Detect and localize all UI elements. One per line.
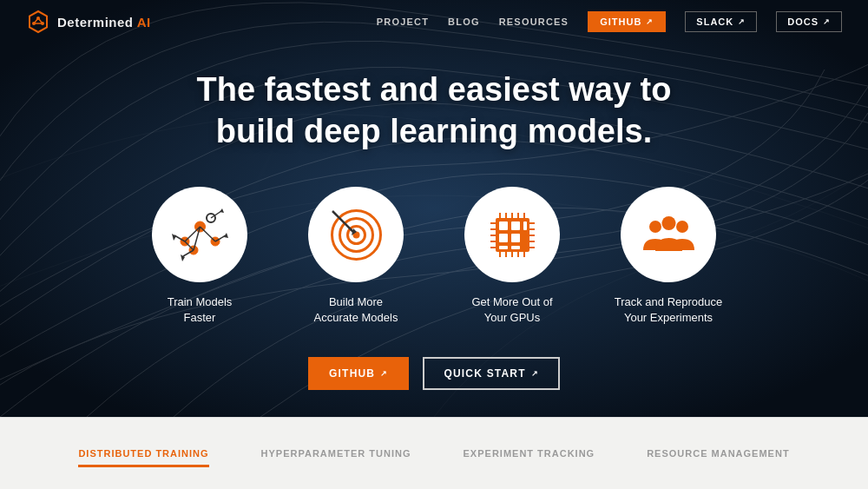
feature-circle-gpu (464, 187, 560, 282)
svg-line-6 (38, 18, 43, 23)
svg-rect-34 (523, 221, 527, 230)
feature-circle-train (152, 187, 247, 282)
logo-text: Determined AI (57, 15, 151, 30)
feature-label-train: Train Models Faster (168, 294, 233, 326)
nav-github-button[interactable]: GITHUB ↗ (588, 11, 666, 32)
svg-rect-36 (511, 234, 520, 242)
feature-label-track: Track and Reproduce Your Experiments (615, 294, 723, 326)
features-row: Train Models Faster (143, 187, 725, 326)
nav-blog[interactable]: BLOG (448, 17, 480, 27)
nav-slack-button[interactable]: SLACK ↗ (685, 11, 757, 32)
feature-track: Track and Reproduce Your Experiments (612, 187, 725, 326)
hero-github-button[interactable]: GITHUB ↗ (308, 357, 409, 390)
tab-distributed-training[interactable]: DISTRIBUTED TRAINING (78, 439, 208, 467)
nav-docs-button[interactable]: DOCS ↗ (776, 11, 842, 32)
svg-rect-38 (511, 246, 520, 249)
logo-icon (26, 10, 50, 34)
tab-experiment-tracking[interactable]: EXPERIMENT TRACKING (464, 439, 595, 467)
svg-marker-23 (172, 234, 176, 241)
feature-train: Train Models Faster (143, 187, 256, 326)
external-link-icon: ↗ (738, 17, 746, 26)
nav-project[interactable]: PROJECT (377, 17, 429, 27)
feature-label-gpu: Get More Out of Your GPUs (471, 294, 552, 326)
svg-rect-35 (499, 234, 508, 242)
tabs-section: DISTRIBUTED TRAINING HYPERPARAMETER TUNI… (0, 417, 868, 489)
external-link-icon: ↗ (380, 369, 388, 378)
logo: Determined AI (26, 10, 151, 34)
action-buttons: GITHUB ↗ QUICK START ↗ (308, 357, 560, 390)
main-nav: PROJECT BLOG RESOURCES GITHUB ↗ SLACK ↗ … (377, 11, 842, 32)
header: Determined AI PROJECT BLOG RESOURCES GIT… (0, 0, 868, 43)
external-link-icon: ↗ (531, 369, 539, 378)
hero-title: The fastest and easiest way to build dee… (197, 69, 672, 152)
svg-rect-32 (499, 221, 508, 230)
svg-point-61 (661, 216, 675, 230)
tab-hyperparameter-tuning[interactable]: HYPERPARAMETER TUNING (261, 439, 411, 467)
hero-content: The fastest and easiest way to build dee… (0, 0, 868, 390)
feature-accurate: Build More Accurate Models (299, 187, 412, 326)
hero-quickstart-button[interactable]: QUICK START ↗ (423, 357, 560, 390)
svg-point-59 (649, 221, 661, 233)
nav-resources[interactable]: RESOURCES (499, 17, 569, 27)
feature-gpu: Get More Out of Your GPUs (456, 187, 569, 326)
external-link-icon: ↗ (823, 17, 831, 26)
svg-line-14 (200, 227, 215, 241)
svg-line-5 (34, 18, 38, 23)
svg-rect-37 (499, 246, 508, 249)
tab-resource-management[interactable]: RESOURCE MANAGEMENT (647, 439, 789, 467)
svg-rect-33 (511, 221, 520, 230)
external-link-icon: ↗ (646, 17, 654, 26)
svg-point-60 (676, 221, 688, 233)
hero-section: Determined AI PROJECT BLOG RESOURCES GIT… (0, 0, 868, 417)
feature-label-accurate: Build More Accurate Models (314, 294, 398, 326)
feature-circle-track (621, 187, 716, 282)
svg-marker-1 (30, 11, 47, 32)
feature-circle-accurate (308, 187, 404, 282)
